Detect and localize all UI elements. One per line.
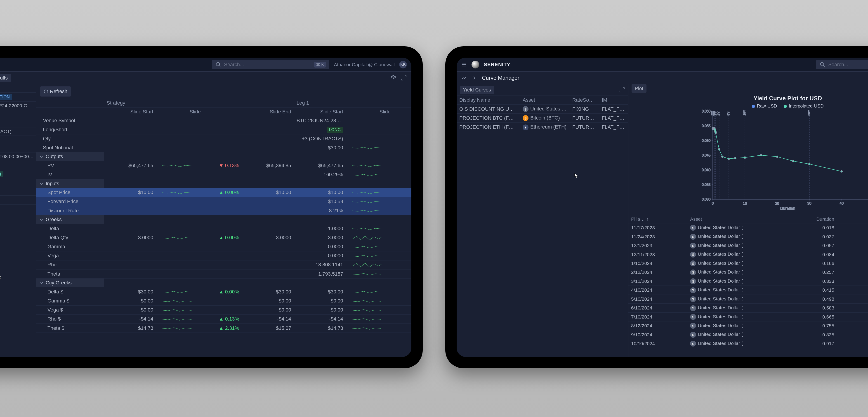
curve-row[interactable]: 12/1/2023$United States Dollar (0.0570.0… [628,241,868,250]
result-row[interactable]: Discount Rate8.21% [36,206,411,215]
result-row[interactable]: Forward Price$10.53 [36,197,411,206]
legs-row[interactable]: 06-28T08:00:00+00:002024-03-29T08:00:00+… [0,153,36,161]
subheader-left: des* Reset All Results [0,72,411,84]
svg-line-7 [823,65,825,66]
yield-curves-table: Display NameAssetRateSo…IM OIS DISCOUNTI… [457,96,628,132]
legs-row[interactable]: 1.00 [0,136,36,144]
left-tablet: Search... ⌘ K Athanor Capital @ Cloudwal… [0,46,423,368]
plot-title: Plot [631,84,647,93]
result-row[interactable]: Rho $-$4.14▲ 0.13%-$4.14-$4.14 [36,315,411,323]
asset-icon: $ [690,269,696,276]
curve-row[interactable]: 12/11/2023$United States Dollar (0.0840.… [628,250,868,259]
curve-row[interactable]: 6/10/2024$United States Dollar (0.5830.0… [628,303,868,312]
maximize-icon[interactable] [619,87,625,93]
yc-row[interactable]: OIS DISCOUNTING USD (FIXI…$United States… [457,105,628,114]
svg-text:30: 30 [807,201,811,205]
result-row[interactable]: Delta $-$30.00▲ 0.00%-$30.00-$30.00 [36,287,411,296]
chevron-down-icon [39,155,43,159]
result-row[interactable]: Delta-1.0000 [36,224,411,233]
result-row[interactable]: Spot Price$10.00▲ 0.00%$10.00$10.00 [36,188,411,197]
curve-row[interactable]: 3/11/2024$United States Dollar (0.3330.0… [628,277,868,286]
col-strategy: Strategy [104,99,294,107]
curve-row[interactable]: 4/10/2024$United States Dollar (0.4150.0… [628,286,868,295]
result-row[interactable]: Delta Qty-3.0000▲ 0.00%-3.0000-3.0000 [36,233,411,242]
legend-interp: Interpolated-USD [789,103,824,108]
section-row[interactable]: Outputs [36,152,411,161]
curve-row[interactable]: 2/12/2024$United States Dollar (0.2570.0… [628,268,868,277]
curve-row[interactable]: 8/12/2024$United States Dollar (0.7550.0… [628,321,868,330]
legs-row[interactable]: OPEANEUROPEAN [0,170,36,179]
yield-curves-title: Yield Curves [460,86,494,94]
curve-row[interactable]: 7/10/2024$United States Dollar (0.6650.0… [628,312,868,321]
col-leg1: Leg 1 [294,99,411,107]
yc-row[interactable]: PROJECTION ETH (FUTURE_…♦Ethereum (ETH)F… [457,123,628,132]
result-row[interactable]: Theta $$14.73▲ 2.31%$15.07$14.73 [36,324,411,333]
maximize-icon-2[interactable] [401,75,407,81]
curve-row[interactable]: 11/17/2023$United States Dollar (0.0180.… [628,223,868,232]
svg-point-96 [760,154,762,156]
svg-point-99 [809,163,810,165]
result-row[interactable]: Vega0.0000 [36,251,411,260]
breadcrumb-label: Curve Manager [482,75,519,81]
svg-point-92 [721,156,723,158]
legs-row[interactable]: 28JUN24-23000-PBTC-29MAR24-22000-C [0,102,36,110]
result-row[interactable]: Qty+3 (CONTRACTS) [36,134,411,143]
cursor-icon [0,274,2,280]
yc-row[interactable]: PROJECTION BTC (FUTURE_…BBitcoin (BTC)FU… [457,114,628,123]
curve-row[interactable]: 9/10/2024$United States Dollar (0.8350.0… [628,330,868,339]
result-row[interactable]: Gamma $$0.00$0.00$0.00 [36,296,411,306]
search-shortcut: ⌘ K [314,62,326,68]
result-row[interactable]: PV$65,477.65▼ 0.13%$65,394.85$65,477.65 [36,161,411,170]
svg-text:0.030: 0.030 [702,197,710,201]
legs-row[interactable]: 00$22,000 [0,187,36,196]
refresh-button[interactable]: Refresh [40,87,71,96]
menu-icon[interactable] [461,62,467,68]
svg-text:0: 0 [712,201,714,205]
topbar-right: SERENITY Search... ⌘ K At [457,58,868,72]
legs-row[interactable]: CALL [0,161,36,170]
legs-row[interactable]: TED OPTIONLISTED OPTION [0,93,36,102]
result-row[interactable]: Theta1,793.5187 [36,269,411,279]
svg-point-90 [715,132,717,134]
asset-icon: $ [690,278,696,284]
curve-row[interactable]: 10/10/2024$United States Dollar (0.9170.… [628,339,868,348]
section-row[interactable]: Greeks [36,215,411,224]
result-row[interactable]: Gamma0.0000 [36,242,411,251]
svg-point-2 [393,77,395,78]
search-icon [819,62,826,68]
result-row[interactable]: IV160.29% [36,170,411,179]
gear-icon[interactable] [391,75,397,81]
results-table: Strategy Leg 1 Slide StartSlideSlide End… [36,99,411,333]
sort-asc-icon[interactable]: ↑ [646,216,649,222]
svg-text:2Y: 2Y [717,112,720,116]
chevron-right-icon [471,75,477,81]
legs-row[interactable]: itDeribit [0,110,36,118]
result-row[interactable]: Long/ShortLONG [36,125,411,134]
section-row[interactable]: Inputs [36,179,411,188]
plot-panel: Plot Yield Curve Plot for USD Raw-USD In… [628,84,868,357]
avatar[interactable]: KK [399,61,407,68]
result-row[interactable]: Spot Notional$30.00 [36,143,411,152]
legs-row[interactable]: ONTRACTS)+1 (CONTRACT) [0,127,36,136]
legs-row[interactable]: HCASH [0,196,36,205]
result-row[interactable]: Rho-13,808.1141 [36,260,411,269]
legs-row[interactable]: GLONG [0,118,36,127]
legs-row[interactable]: BTC [0,144,36,153]
asset-icon: $ [690,287,696,293]
svg-text:0.050: 0.050 [702,139,710,142]
result-row[interactable]: Venue SymbolBTC-28JUN24-23000-P [36,116,411,125]
svg-text:Duration: Duration [780,206,795,211]
curve-row[interactable]: 11/24/2023$United States Dollar (0.0370.… [628,232,868,241]
svg-text:5Y: 5Y [727,112,730,116]
curve-row[interactable]: 5/10/2024$United States Dollar (0.4980.0… [628,295,868,303]
result-row[interactable]: Vega $$0.00$0.00$0.00 [36,306,411,315]
section-row[interactable]: Ccy Greeks [36,279,411,288]
search-input[interactable]: Search... ⌘ K [212,60,329,69]
svg-text:0.045: 0.045 [702,153,710,157]
svg-point-0 [216,62,219,66]
legs-row[interactable]: USD [0,179,36,187]
chart-icon[interactable] [461,75,467,81]
search-input-right[interactable]: Search... ⌘ K [816,60,868,69]
curve-row[interactable]: 1/10/2024$United States Dollar (0.1660.0… [628,259,868,268]
asset-icon: $ [690,260,696,266]
